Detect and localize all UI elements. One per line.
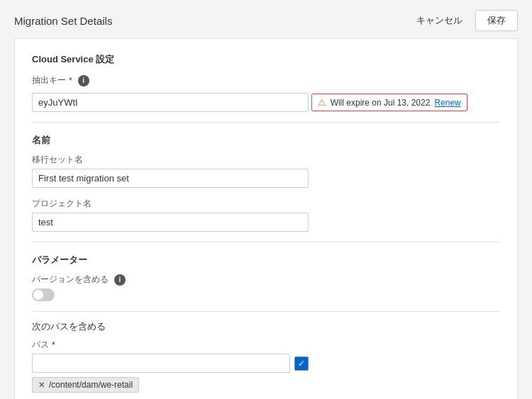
extraction-key-group: 抽出キー * i ⚠ Will expire on Jul 13, 2022 R… (32, 74, 500, 112)
include-versions-toggle[interactable] (32, 288, 55, 301)
path-tag-value: /content/dam/we-retail (49, 380, 133, 390)
paths-section-title: 次のパスを含める (32, 320, 500, 333)
path-group: パス * ✓ ✕ /content/dam/we-retail (32, 339, 500, 393)
include-versions-info-icon[interactable]: i (114, 274, 126, 286)
divider-1 (32, 122, 500, 123)
include-versions-label: バージョンを含める (32, 274, 109, 286)
expiry-text: Will expire on Jul 13, 2022 (331, 98, 431, 108)
include-versions-label-row: バージョンを含める i (32, 274, 500, 286)
migration-set-name-group: 移行セット名 (32, 154, 500, 188)
migration-set-name-input[interactable] (32, 169, 309, 188)
header: Migration Set Details キャンセル 保存 (0, 0, 532, 38)
migration-set-name-label: 移行セット名 (32, 154, 500, 166)
extraction-key-info-icon[interactable]: i (78, 75, 89, 86)
project-name-input[interactable] (32, 213, 309, 232)
expiry-warning: ⚠ Will expire on Jul 13, 2022 Renew (311, 94, 467, 111)
warning-icon: ⚠ (318, 97, 326, 108)
path-input[interactable] (32, 354, 290, 373)
path-tag-remove-icon[interactable]: ✕ (38, 381, 45, 390)
path-add-checkbox[interactable]: ✓ (294, 356, 309, 371)
header-actions: キャンセル 保存 (409, 10, 518, 31)
main-content: Cloud Service 設定 抽出キー * i ⚠ Will expire … (14, 38, 518, 399)
cancel-button[interactable]: キャンセル (409, 11, 470, 30)
save-button[interactable]: 保存 (475, 10, 518, 31)
path-tag: ✕ /content/dam/we-retail (32, 377, 139, 393)
path-input-row: ✓ (32, 354, 309, 373)
divider-2 (32, 242, 500, 242)
project-name-label: プロジェクト名 (32, 198, 500, 210)
extraction-key-input[interactable] (32, 93, 309, 112)
parameters-section-title: パラメーター (32, 254, 500, 266)
divider-3 (32, 311, 500, 312)
page-container: Migration Set Details キャンセル 保存 Cloud Ser… (0, 0, 532, 399)
include-versions-toggle-container (32, 288, 500, 301)
renew-link[interactable]: Renew (434, 98, 460, 108)
path-label: パス * (32, 339, 500, 351)
cloud-service-section-title: Cloud Service 設定 (32, 53, 500, 66)
extraction-key-label: 抽出キー * i (32, 74, 500, 86)
checkmark-icon: ✓ (298, 359, 305, 369)
page-title: Migration Set Details (14, 15, 112, 27)
name-section-title: 名前 (32, 134, 500, 147)
project-name-group: プロジェクト名 (32, 198, 500, 232)
